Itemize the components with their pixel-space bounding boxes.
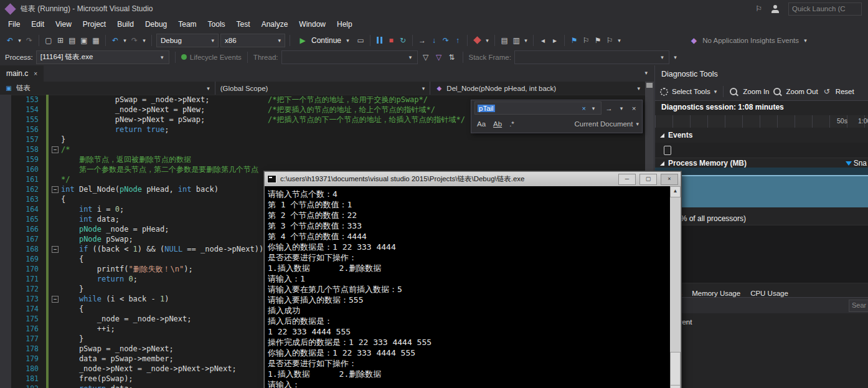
line-number[interactable]: 175 [11, 314, 46, 324]
line-number[interactable]: 172 [11, 284, 46, 294]
tab-main-c[interactable]: main.c × [0, 65, 44, 82]
line-number[interactable]: 168 [11, 244, 46, 254]
navigate-forward-button[interactable]: ↷ [24, 35, 34, 45]
menu-debug[interactable]: Debug [139, 17, 172, 32]
console-minimize-button[interactable]: ─ [618, 174, 636, 185]
process-combo[interactable]: [11164] 链表.exe ▾ [36, 50, 169, 64]
line-number[interactable]: 155 [11, 115, 46, 125]
console-window[interactable]: c:\users\h19371\documents\visual studio … [264, 171, 681, 388]
chevron-down-icon[interactable]: ▾ [523, 35, 529, 45]
quick-launch-input[interactable]: Quick Launch (C [788, 2, 862, 16]
debug-target-icon[interactable]: ▭ [356, 35, 366, 45]
open-file-button[interactable]: ▤ [67, 35, 77, 45]
zoom-in-button[interactable]: Zoom In [743, 88, 769, 95]
line-number[interactable]: 179 [11, 354, 46, 364]
diag-tab-cpu-usage[interactable]: CPU Usage [750, 290, 788, 297]
fold-collapse-icon[interactable]: − [52, 296, 59, 303]
diagnostics-timeline-ruler[interactable]: 50s 1:00 [655, 115, 868, 128]
collapse-expander-icon[interactable] [660, 161, 664, 166]
lifecycle-events-label[interactable]: Lifecycle Events [190, 54, 242, 61]
flag-threads-icon[interactable]: ▽ [434, 52, 444, 62]
scroll-down-icon[interactable]: ▼ [670, 385, 681, 388]
show-next-statement-button[interactable]: → [417, 35, 427, 45]
console-close-button[interactable]: × [661, 174, 678, 185]
events-section-header[interactable]: Events [655, 129, 868, 141]
break-all-button[interactable] [377, 37, 379, 44]
reset-view-button[interactable]: Reset [836, 88, 854, 95]
whole-word-toggle[interactable]: Ab [491, 120, 504, 128]
event-marker-icon[interactable] [664, 146, 671, 155]
menu-file[interactable]: File [2, 17, 26, 32]
clear-bookmarks-button[interactable]: ⚐ [605, 35, 615, 45]
clear-search-icon[interactable]: × [582, 105, 586, 112]
stop-collection-icon[interactable] [473, 36, 481, 44]
comment-selection-button[interactable]: ▤ [499, 35, 509, 45]
console-scrollbar[interactable]: ▲ ▼ [670, 186, 681, 388]
menu-team[interactable]: Team [172, 17, 202, 32]
console-title-bar[interactable]: c:\users\h19371\documents\visual studio … [265, 172, 681, 186]
line-number[interactable]: 171 [11, 274, 46, 284]
line-number[interactable]: 163 [11, 194, 46, 204]
navigate-back-button[interactable]: ↶ [5, 35, 15, 45]
add-item-button[interactable]: ⊞ [55, 35, 65, 45]
save-all-button[interactable]: ▦ [91, 35, 101, 45]
next-bookmark-button[interactable]: ⚑ [593, 35, 603, 45]
scrollbar-splitter-handle[interactable] [646, 83, 653, 88]
console-output[interactable]: 请输入节点个数：4第 1 个节点的数值：1第 2 个节点的数值：22第 3 个节… [265, 186, 670, 388]
line-number[interactable]: 167 [11, 234, 46, 244]
undo-button[interactable]: ↶ [110, 35, 120, 45]
close-find-icon[interactable]: × [629, 105, 639, 112]
regex-toggle[interactable]: .* [507, 120, 517, 128]
step-over-button[interactable]: ↷ [441, 35, 451, 45]
line-number[interactable]: 169 [11, 254, 46, 264]
continue-button[interactable]: ▶ Continue ▾ [295, 35, 354, 45]
menu-view[interactable]: View [50, 17, 77, 32]
undo-dropdown-icon[interactable]: ▾ [122, 35, 128, 45]
line-number[interactable]: 177 [11, 334, 46, 344]
line-number[interactable]: 182 [11, 384, 46, 388]
events-swimlane[interactable] [655, 143, 868, 158]
console-maximize-button[interactable]: ▢ [639, 174, 657, 185]
menu-analyze[interactable]: Analyze [256, 17, 294, 32]
menu-tools[interactable]: Tools [202, 17, 231, 32]
redo-button[interactable]: ↷ [130, 35, 139, 45]
find-scope-dropdown[interactable]: Current Document ▾ [575, 120, 639, 128]
scope-dropdown[interactable]: (Global Scope) ▾ [215, 82, 431, 95]
menu-test[interactable]: Test [231, 17, 256, 32]
line-number[interactable]: 176 [11, 324, 46, 334]
stack-frame-combo[interactable]: ▾ [514, 50, 669, 64]
menu-project[interactable]: Project [77, 17, 111, 32]
line-number[interactable]: 164 [11, 204, 46, 214]
line-number[interactable]: 159 [11, 154, 46, 164]
sign-in-user-icon[interactable] [771, 5, 780, 13]
find-next-button[interactable]: → [604, 105, 614, 112]
line-number[interactable]: 170 [11, 264, 46, 274]
line-number[interactable]: 180 [11, 364, 46, 374]
select-tools-dropdown[interactable]: Select Tools [672, 88, 710, 95]
line-number[interactable]: 154 [11, 105, 46, 115]
find-input[interactable]: pTail × ▾ [474, 102, 601, 115]
menu-edit[interactable]: Edit [26, 17, 50, 32]
zoom-out-button[interactable]: Zoom Out [786, 88, 818, 95]
document-well-overflow-icon[interactable]: ▾ [644, 70, 648, 76]
step-into-button[interactable]: ↓ [429, 35, 439, 45]
chevron-down-icon[interactable]: ▾ [616, 35, 622, 45]
tab-close-icon[interactable]: × [34, 70, 37, 77]
line-number[interactable]: 153 [11, 95, 46, 105]
console-scrollbar-thumb[interactable] [670, 352, 681, 386]
step-out-button[interactable]: ↑ [453, 35, 463, 45]
thread-combo[interactable]: ▾ [281, 50, 418, 64]
toggle-bookmark-button[interactable]: ⚑ [569, 35, 579, 45]
events-search-input[interactable]: Sear [849, 300, 868, 312]
solution-configuration-combo[interactable]: Debug ▾ [156, 34, 219, 47]
scroll-up-icon[interactable]: ▲ [670, 186, 681, 197]
line-number[interactable]: 156 [11, 125, 46, 135]
application-insights-dropdown[interactable]: ◆ No Application Insights Events ▾ [689, 35, 808, 45]
line-number[interactable]: 158 [11, 144, 46, 154]
line-number[interactable]: 165 [11, 214, 46, 224]
member-dropdown[interactable]: ◆ Del_Node(pNode pHead, int back) ▾ [430, 82, 645, 95]
solution-platform-combo[interactable]: x86 ▾ [220, 34, 285, 47]
line-number[interactable]: 162 [11, 184, 46, 194]
match-case-toggle[interactable]: Aa [474, 120, 488, 128]
snapshot-badge[interactable]: Sna [846, 159, 868, 168]
